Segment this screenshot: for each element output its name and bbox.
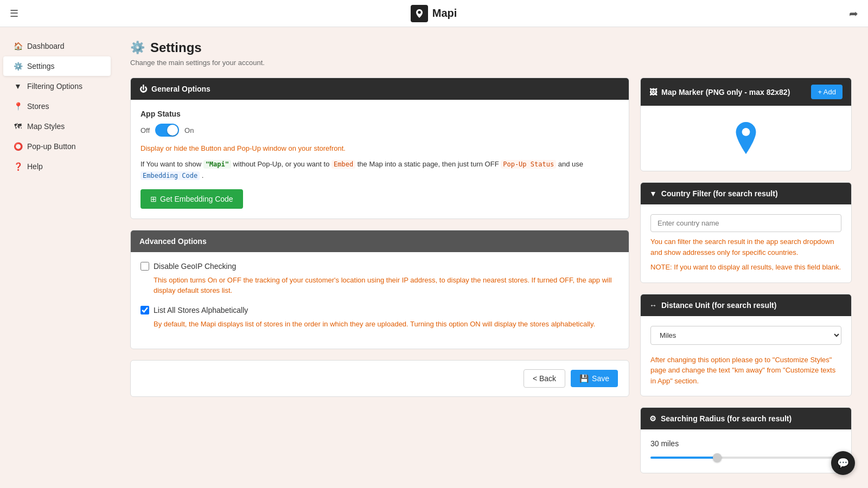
toggle-row: Off On [141,124,619,137]
stores-icon: 📍 [13,102,23,111]
sidebar-label-dashboard: Dashboard [27,42,65,50]
geoip-checkbox[interactable] [141,262,149,271]
chat-icon: 💬 [837,457,849,469]
sidebar-item-popup-button[interactable]: ⭕ Pop-up Button [3,137,111,156]
radius-value: 30 miles [650,439,841,448]
power-icon: ⏻ [139,85,147,93]
distance-icon: ↔ [649,301,657,310]
list-stores-label[interactable]: List All Stores Alphabetically [154,306,248,314]
sidebar-label-popup: Pop-up Button [27,142,76,151]
sidebar-item-help[interactable]: ❓ Help [3,157,111,176]
radius-icon: ⚙ [649,414,656,423]
right-column: 🖼 Map Marker (PNG only - max 82x82) + Ad… [640,78,852,484]
embed-button-label: Get Embedding Code [160,195,233,203]
advanced-options-body: Disable GeoIP Checking This option turns… [131,252,629,349]
chat-bubble[interactable]: 💬 [831,451,855,475]
add-marker-button[interactable]: + Add [811,85,843,99]
map-marker-title: Map Marker (PNG only - max 82x82) [661,88,790,97]
general-options-card: ⏻ General Options App Status Off On Disp… [130,78,629,219]
searching-radius-body: 30 miles [641,429,851,473]
toggle-knob [167,125,178,136]
app-status-label: App Status [141,110,619,118]
toggle-on-label: On [184,126,194,134]
embed-highlight: Embed [331,160,355,169]
list-stores-row: List All Stores Alphabetically [141,306,619,314]
searching-radius-title: Searching Radius (for search result) [661,414,792,423]
distance-unit-header: ↔ Distance Unit (for search result) [641,294,851,316]
searching-radius-header: ⚙ Searching Radius (for search result) [641,408,851,429]
save-icon: 💾 [579,374,589,383]
geoip-row: Disable GeoIP Checking [141,262,619,271]
hamburger-icon[interactable]: ☰ [10,8,18,20]
settings-icon: ⚙️ [13,62,23,70]
sidebar-label-stores: Stores [27,102,49,111]
embed-info-body: If You want to show "Mapi" without Pop-U… [141,159,619,182]
distance-unit-card: ↔ Distance Unit (for search result) Mile… [640,294,852,397]
general-options-header: ⏻ General Options [131,78,629,100]
save-label: Save [592,374,609,383]
geoip-label[interactable]: Disable GeoIP Checking [154,262,236,271]
sidebar-label-filtering: Filtering Options [27,82,82,91]
bottom-bar: < Back 💾 Save [130,360,629,397]
signout-icon[interactable]: ➦ [849,7,858,20]
slider-fill [650,457,717,459]
general-options-body: App Status Off On Display or hide the Bu… [131,100,629,219]
back-button[interactable]: < Back [524,369,565,388]
popup-icon: ⭕ [13,142,23,151]
code-icon: ⊞ [150,195,157,203]
sidebar-item-filtering-options[interactable]: ▼ Filtering Options [3,76,111,96]
get-embedding-code-button[interactable]: ⊞ Get Embedding Code [141,189,243,209]
slider-track [650,457,841,459]
svg-point-0 [742,128,750,136]
sidebar-item-map-styles[interactable]: 🗺 Map Styles [3,117,111,136]
advanced-options-title: Advanced Options [139,237,207,246]
sidebar-item-stores[interactable]: 📍 Stores [3,97,111,116]
advanced-options-card: Advanced Options Disable GeoIP Checking … [130,230,629,350]
sidebar-label-map-styles: Map Styles [27,122,65,131]
main-content: ⚙️ Settings Change the main settings for… [114,27,868,488]
sidebar: 🏠 Dashboard ⚙️ Settings ▼ Filtering Opti… [0,27,114,488]
map-marker-preview [641,106,851,171]
popup-status-highlight: Pop-Up Status [501,160,556,169]
help-icon: ❓ [13,162,23,171]
app-status-toggle[interactable] [155,124,179,137]
country-filter-desc-2: NOTE: If you want to display all results… [650,262,841,273]
geoip-desc: This option turns On or OFF the tracking… [154,275,619,296]
mapi-highlight: "Mapi" [203,160,231,169]
advanced-options-header: Advanced Options [131,230,629,252]
country-filter-desc-1: You can filter the search result in the … [650,236,841,258]
distance-unit-select[interactable]: Miles Kilometers [650,326,841,345]
radius-slider-container [650,452,841,463]
toggle-off-label: Off [141,126,150,134]
settings-gear-icon: ⚙️ [130,41,145,55]
brand: Mapi [411,5,457,22]
page-subtitle: Change the main settings for your accoun… [130,59,852,67]
map-marker-header: 🖼 Map Marker (PNG only - max 82x82) + Ad… [641,78,851,106]
general-options-title: General Options [151,85,210,93]
country-filter-body: You can filter the search result in the … [641,204,851,282]
distance-unit-title: Distance Unit (for search result) [661,301,776,310]
distance-unit-desc: After changing this option please go to … [650,355,841,387]
map-pin-icon [732,122,760,155]
save-button[interactable]: 💾 Save [571,370,618,387]
image-icon: 🖼 [649,88,657,97]
sidebar-label-help: Help [27,162,43,171]
topnav: ☰ Mapi ➦ [0,0,868,27]
filter-icon: ▼ [13,82,23,91]
list-stores-checkbox[interactable] [141,306,149,314]
map-marker-card: 🖼 Map Marker (PNG only - max 82x82) + Ad… [640,78,852,171]
page-title: Settings [150,40,202,55]
dashboard-icon: 🏠 [13,42,23,50]
country-filter-card: ▼ Country Filter (for search result) You… [640,182,852,283]
filter-header-icon: ▼ [649,189,657,198]
radius-slider-thumb[interactable] [713,453,722,462]
sidebar-item-dashboard[interactable]: 🏠 Dashboard [3,36,111,56]
page-header: ⚙️ Settings [130,40,852,55]
searching-radius-card: ⚙ Searching Radius (for search result) 3… [640,407,852,473]
brand-logo [411,5,428,22]
embedding-code-highlight: Embedding Code [141,171,200,180]
list-stores-desc: By default, the Mapi displays list of st… [154,319,619,330]
country-input[interactable] [650,214,841,232]
left-column: ⏻ General Options App Status Off On Disp… [130,78,629,397]
sidebar-item-settings[interactable]: ⚙️ Settings [3,56,111,76]
